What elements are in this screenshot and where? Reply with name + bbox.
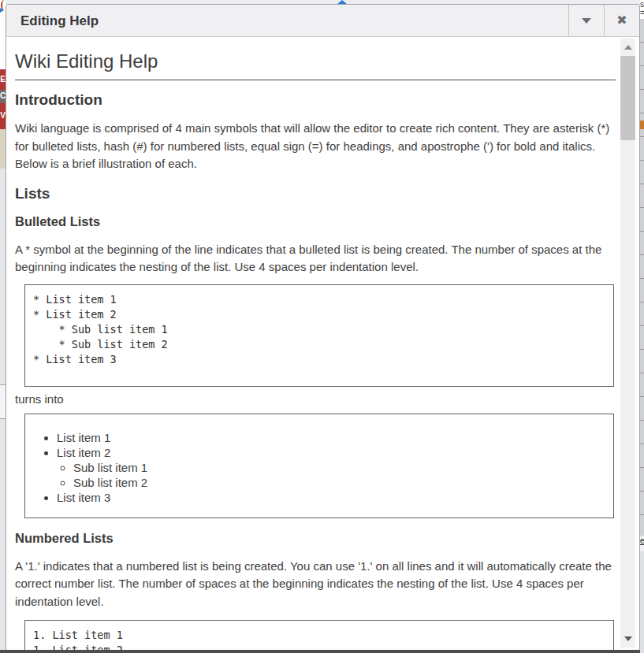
scroll-down-button[interactable] — [620, 632, 635, 646]
background-letter-block: V — [0, 103, 6, 129]
list-item: Sub list item 2 — [73, 475, 604, 490]
arrow-up-icon — [624, 45, 632, 50]
numbered-list-code-block: 1. List item 1 1. List item 2 — [24, 620, 614, 650]
background-right-top: s = — [640, 0, 644, 19]
close-button[interactable]: ✖ — [604, 5, 639, 36]
section-heading-lists: Lists — [15, 184, 616, 202]
list-item-label: List item 2 — [57, 446, 110, 459]
list-item-label: List item 3 — [57, 491, 110, 504]
introduction-paragraph: Wiki language is comprised of 4 main sym… — [15, 120, 616, 173]
section-heading-introduction: Introduction — [15, 91, 616, 109]
list-item-label: Sub list item 2 — [73, 476, 147, 489]
turns-into-label: turns into — [15, 391, 616, 408]
close-icon: ✖ — [616, 14, 627, 27]
background-right-strip: s = e — [640, 0, 644, 653]
dialog-content[interactable]: Wiki Editing Help Introduction Wiki lang… — [7, 38, 616, 650]
dialog-title: Editing Help — [6, 5, 568, 36]
bulleted-lists-paragraph: A * symbol at the beginning of the line … — [15, 241, 616, 276]
subsection-heading-numbered-lists: Numbered Lists — [15, 530, 616, 547]
rendered-sub-list: Sub list item 1 Sub list item 2 — [57, 460, 604, 490]
background-tan-block — [0, 129, 6, 169]
background-table-edge — [640, 19, 644, 536]
background-letter-block: E — [0, 69, 6, 90]
background-link-edge: e — [640, 536, 644, 551]
page-title: Wiki Editing Help — [15, 50, 616, 72]
subsection-heading-bulleted-lists: Bulleted Lists — [15, 213, 616, 230]
scroll-up-button[interactable] — [620, 40, 635, 54]
vertical-scrollbar[interactable] — [620, 39, 635, 647]
title-divider — [15, 80, 616, 80]
screen: E C V s = e Editing Help ✖ Wiki Editin — [0, 0, 644, 653]
orange-marker-icon — [640, 121, 644, 129]
dialog-titlebar[interactable]: Editing Help ✖ — [6, 5, 639, 37]
list-item-label: List item 1 — [57, 431, 110, 444]
background-left-strip: E C V — [0, 0, 6, 653]
chevron-down-icon — [582, 18, 591, 24]
list-item: List item 3 — [57, 490, 604, 505]
editing-help-dialog: Editing Help ✖ Wiki Editing Help Introdu… — [6, 4, 640, 651]
rendered-bulleted-list: List item 1 List item 2 Sub list item 1 … — [35, 430, 604, 505]
scrollbar-thumb[interactable] — [620, 56, 635, 140]
bulleted-list-code-block: * List item 1 * List item 2 * Sub list i… — [24, 284, 614, 387]
background-panel-edge — [0, 384, 6, 419]
list-item-label: Sub list item 1 — [73, 461, 147, 474]
list-item: List item 1 — [57, 430, 604, 445]
arrow-down-icon — [624, 636, 632, 641]
list-item: Sub list item 1 — [73, 460, 604, 475]
bottom-edge-bar — [0, 650, 640, 653]
background-letter-block: C — [0, 90, 6, 103]
numbered-lists-paragraph: A '1.' indicates that a numbered list is… — [15, 558, 616, 611]
list-item: List item 2 Sub list item 1 Sub list ite… — [57, 445, 604, 490]
blue-wedge-icon — [0, 8, 4, 13]
collapse-button[interactable] — [568, 5, 604, 36]
bulleted-list-rendered-box: List item 1 List item 2 Sub list item 1 … — [24, 414, 614, 518]
